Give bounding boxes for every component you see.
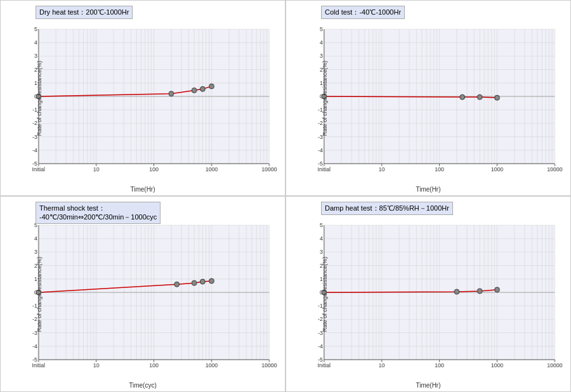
chart-title-2: Cold test：-40℃-1000Hr bbox=[321, 6, 405, 19]
chart-canvas-4 bbox=[318, 203, 564, 372]
chart-canvas-1 bbox=[32, 7, 279, 176]
chart-title-1: Dry heat test：200℃-1000Hr bbox=[36, 6, 133, 19]
chart-title-4: Damp heat test：85℃/85%RH－1000Hr bbox=[321, 202, 453, 215]
y-axis-label-1: Rate of change resistance(%) bbox=[36, 60, 43, 136]
y-axis-label-2: Rate of change resistance(%) bbox=[322, 60, 328, 136]
x-axis-label-2: Time(Hr) bbox=[416, 186, 440, 193]
chart-container-1: Dry heat test：200℃-1000Hr Rate of change… bbox=[0, 0, 286, 196]
y-axis-label-3: Rate of change resistance(%) bbox=[36, 256, 43, 332]
chart-canvas-2 bbox=[318, 7, 564, 176]
chart-canvas-3 bbox=[32, 203, 279, 372]
y-axis-label-4: Rate of change resistance(%) bbox=[322, 256, 328, 332]
chart-container-2: Cold test：-40℃-1000Hr Rate of change res… bbox=[286, 0, 571, 196]
chart-container-4: Damp heat test：85℃/85%RH－1000Hr Rate of … bbox=[286, 196, 571, 392]
x-axis-label-1: Time(Hr) bbox=[130, 186, 155, 193]
chart-title-3: Thermal shock test：-40℃/30min⇔200℃/30min… bbox=[36, 202, 161, 224]
chart-container-3: Thermal shock test：-40℃/30min⇔200℃/30min… bbox=[0, 196, 286, 392]
x-axis-label-4: Time(Hr) bbox=[416, 382, 440, 389]
x-axis-label-3: Time(cyc) bbox=[129, 382, 157, 389]
charts-grid: Dry heat test：200℃-1000Hr Rate of change… bbox=[0, 0, 571, 392]
